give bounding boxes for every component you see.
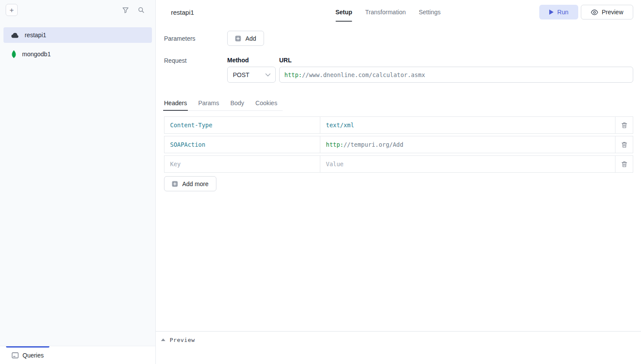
header-row: Key Value	[164, 155, 633, 173]
value-input[interactable]: http://tempuri.org/Add	[320, 136, 615, 153]
add-more-button[interactable]: Add more	[164, 176, 216, 191]
main-header: restapi1 Setup Transformation Settings R…	[156, 0, 641, 24]
preview-button-label: Preview	[602, 9, 623, 16]
tab-cookies[interactable]: Cookies	[255, 97, 277, 110]
main-tabs: Setup Transformation Settings	[335, 0, 441, 24]
plus-square-icon	[172, 181, 178, 187]
chevron-down-icon	[265, 73, 271, 77]
add-more-wrap: Add more	[164, 176, 633, 191]
trash-icon	[622, 161, 627, 168]
method-select[interactable]: POST	[227, 67, 276, 83]
sidebar-item-label: restapi1	[25, 32, 46, 39]
tab-settings[interactable]: Settings	[419, 0, 441, 24]
url-scheme: http:	[284, 71, 302, 78]
sidebar-header: +	[0, 0, 155, 20]
setup-content: Parameters Add Request Method POST	[156, 24, 641, 331]
value-input[interactable]: Value	[320, 155, 615, 173]
url-label: URL	[279, 57, 633, 64]
sidebar-item-mongodb1[interactable]: mongodb1	[3, 46, 152, 62]
headers-table: Content-Type text/xml SOAPAction http://…	[164, 116, 633, 173]
queries-tab-label: Queries	[23, 352, 44, 359]
queries-icon	[12, 352, 19, 358]
parameters-row: Parameters Add	[164, 31, 633, 46]
main-panel: restapi1 Setup Transformation Settings R…	[156, 0, 641, 364]
sidebar-item-label: mongodb1	[22, 51, 51, 58]
response-toggle[interactable]: Preview	[161, 337, 195, 343]
response-section: Preview	[156, 331, 641, 364]
method-value: POST	[233, 71, 249, 78]
header-row: SOAPAction http://tempuri.org/Add	[164, 136, 633, 153]
eye-icon	[591, 10, 598, 15]
request-sub-tabs: Headers Params Body Cookies	[164, 97, 283, 111]
run-button[interactable]: Run	[539, 5, 579, 19]
tab-headers[interactable]: Headers	[164, 97, 187, 110]
key-input[interactable]: SOAPAction	[164, 136, 320, 153]
delete-row-button[interactable]	[615, 116, 633, 134]
preview-button[interactable]: Preview	[581, 5, 633, 19]
add-parameter-label: Add	[245, 35, 256, 42]
sidebar-item-restapi1[interactable]: restapi1	[3, 27, 152, 43]
value-rest: //tempuri.org/Add	[344, 141, 403, 148]
header-actions: Run Preview	[539, 5, 633, 19]
url-input[interactable]: http://www.dneonline.com/calculator.asmx	[279, 67, 633, 83]
tab-setup[interactable]: Setup	[335, 0, 352, 24]
url-rest: //www.dneonline.com/calculator.asmx	[302, 71, 425, 78]
response-preview-label: Preview	[170, 337, 195, 343]
filter-icon[interactable]	[122, 6, 129, 13]
tab-transformation[interactable]: Transformation	[365, 0, 406, 24]
method-label: Method	[227, 57, 276, 64]
trash-icon	[622, 122, 627, 129]
query-list: restapi1 mongodb1	[0, 20, 155, 346]
value-input[interactable]: text/xml	[320, 116, 615, 134]
key-input[interactable]: Key	[164, 155, 320, 173]
add-query-button[interactable]: +	[6, 4, 18, 16]
query-title[interactable]: restapi1	[171, 9, 194, 16]
tab-params[interactable]: Params	[198, 97, 219, 110]
run-button-label: Run	[557, 9, 569, 16]
request-label: Request	[164, 57, 227, 83]
play-icon	[549, 10, 554, 15]
search-icon[interactable]	[138, 6, 145, 13]
url-field: URL http://www.dneonline.com/calculator.…	[279, 57, 633, 83]
rest-api-cloud-icon	[11, 32, 19, 38]
add-more-label: Add more	[182, 180, 209, 187]
add-parameter-button[interactable]: Add	[227, 31, 264, 46]
request-row: Request Method POST URL	[164, 57, 633, 83]
header-row: Content-Type text/xml	[164, 116, 633, 134]
key-input[interactable]: Content-Type	[164, 116, 320, 134]
method-field: Method POST	[227, 57, 276, 83]
queries-tab[interactable]: Queries	[6, 346, 49, 364]
delete-row-button[interactable]	[615, 136, 633, 153]
request-fields: Method POST URL http://www.dneonline.com…	[227, 57, 633, 83]
value-scheme: http:	[326, 141, 344, 148]
trash-icon	[622, 142, 627, 148]
tab-body[interactable]: Body	[230, 97, 244, 110]
caret-up-icon	[161, 338, 165, 341]
mongodb-leaf-icon	[11, 50, 16, 58]
sidebar-footer: Queries	[0, 346, 155, 364]
plus-square-icon	[235, 35, 241, 42]
sidebar: + restapi1	[0, 0, 156, 364]
parameters-label: Parameters	[164, 35, 227, 42]
delete-row-button[interactable]	[615, 155, 633, 173]
